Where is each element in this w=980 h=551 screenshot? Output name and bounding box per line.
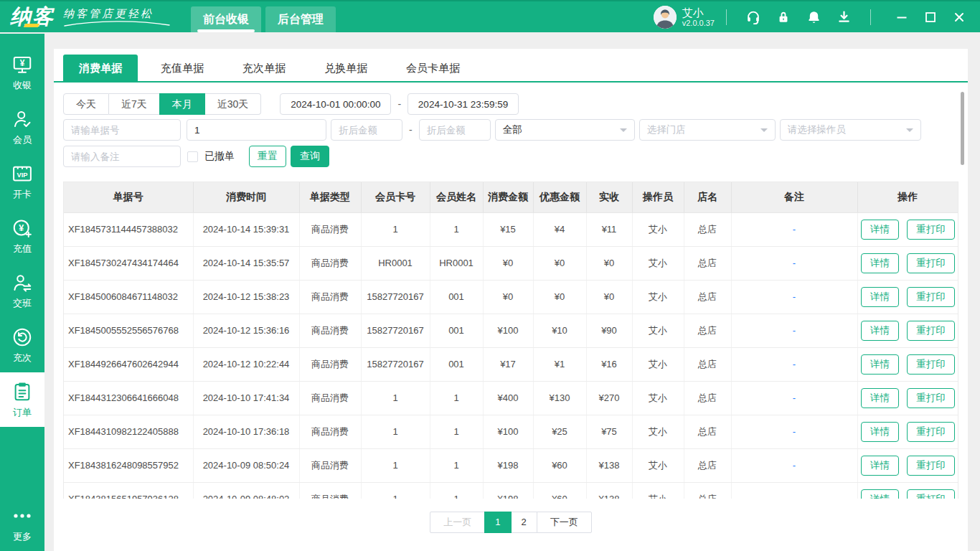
sidebar-item-recharge[interactable]: ¥ 充值 — [0, 209, 44, 263]
sidebar-item-orders[interactable]: 订单 — [0, 372, 44, 427]
recharge-times-icon — [11, 326, 34, 349]
date-from-input[interactable] — [280, 93, 391, 115]
col-amount: 消费金额 — [483, 182, 533, 212]
cell-amount: ¥400 — [483, 381, 533, 415]
detail-button[interactable]: 详情 — [861, 220, 899, 240]
sidebar-item-member[interactable]: 会员 — [0, 100, 44, 154]
reprint-button[interactable]: 重打印 — [907, 321, 955, 341]
quick-date-last7[interactable]: 近7天 — [109, 93, 160, 115]
quick-date-today[interactable]: 今天 — [63, 93, 109, 115]
detail-button[interactable]: 详情 — [861, 489, 899, 499]
order-type-select[interactable]: 全部 — [495, 119, 635, 141]
close-button[interactable] — [950, 8, 969, 27]
table-row: XF1844926647602642944 2024-10-12 10:22:4… — [64, 347, 958, 381]
reprint-button[interactable]: 重打印 — [907, 489, 955, 499]
svg-text:¥: ¥ — [20, 58, 25, 68]
cell-time: 2024-10-10 17:41:34 — [193, 381, 299, 415]
cell-actions: 详情 重打印 — [857, 280, 958, 314]
cell-discount: ¥0 — [533, 246, 586, 280]
reprint-button[interactable]: 重打印 — [907, 220, 955, 240]
avatar[interactable] — [654, 6, 677, 29]
order-no-input[interactable] — [63, 119, 181, 141]
recharge-icon: ¥ — [11, 217, 34, 240]
detail-button[interactable]: 详情 — [861, 354, 899, 375]
detail-button[interactable]: 详情 — [861, 422, 899, 442]
prev-page-button[interactable]: 上一页 — [430, 512, 485, 533]
revoked-checkbox[interactable] — [187, 151, 198, 162]
support-icon[interactable] — [745, 9, 761, 25]
quick-date-last30[interactable]: 近30天 — [205, 93, 262, 115]
quick-date-this-month[interactable]: 本月 — [159, 93, 205, 115]
cell-store: 总店 — [684, 347, 731, 381]
download-icon[interactable] — [836, 9, 852, 25]
cell-paid: ¥16 — [586, 347, 632, 381]
cell-member-name: 001 — [430, 347, 483, 381]
nav-tab-back-admin[interactable]: 后台管理 — [265, 6, 336, 32]
page-button-1[interactable]: 1 — [484, 512, 511, 533]
col-operator: 操作员 — [632, 182, 684, 212]
minimize-button[interactable] — [892, 8, 911, 27]
table-row: XF1845005552556576768 2024-10-12 15:36:1… — [64, 314, 958, 347]
store-select[interactable]: 选择门店 — [639, 119, 776, 141]
reprint-button[interactable]: 重打印 — [907, 287, 955, 307]
reset-button[interactable]: 重置 — [249, 146, 286, 167]
amount-min-input[interactable] — [331, 119, 402, 141]
detail-button[interactable]: 详情 — [861, 456, 899, 476]
cell-store: 总店 — [684, 280, 731, 314]
remark-input[interactable] — [63, 146, 181, 167]
cell-order-no: XF1843816248098557952 — [64, 448, 193, 482]
reprint-button[interactable]: 重打印 — [907, 422, 955, 442]
nav-tab-front-cashier[interactable]: 前台收银 — [191, 6, 261, 32]
keyword-input[interactable] — [187, 119, 326, 141]
cell-discount: ¥1 — [533, 347, 586, 381]
table-row: XF1843816248098557952 2024-10-09 08:50:2… — [64, 448, 958, 482]
tab-recharge-orders[interactable]: 充值单据 — [145, 55, 220, 81]
sidebar-item-cashier[interactable]: ¥ 收银 — [0, 45, 44, 100]
cell-member-name: 1 — [430, 415, 483, 448]
tab-times-orders[interactable]: 充次单据 — [227, 55, 301, 81]
reprint-button[interactable]: 重打印 — [907, 354, 955, 375]
reprint-button[interactable]: 重打印 — [907, 388, 955, 408]
search-button[interactable]: 查询 — [291, 146, 329, 167]
maximize-button[interactable] — [921, 8, 940, 27]
operator-select[interactable]: 请选择操作员 — [780, 119, 921, 141]
page-button-2[interactable]: 2 — [511, 512, 537, 533]
table-row: XF1845006084671148032 2024-10-12 15:38:2… — [64, 280, 958, 314]
sidebar-item-shift[interactable]: 交班 — [0, 263, 44, 318]
filter-row-dates: 今天 近7天 本月 近30天 - — [63, 93, 958, 115]
quick-date-group: 今天 近7天 本月 近30天 — [63, 93, 261, 115]
tab-member-card-orders[interactable]: 会员卡单据 — [390, 55, 476, 81]
cell-order-no: XF1845730247434174464 — [64, 246, 193, 280]
detail-button[interactable]: 详情 — [861, 287, 899, 307]
detail-button[interactable]: 详情 — [861, 388, 899, 408]
cell-member-name: 1 — [430, 448, 483, 482]
slogan-underline-icon — [63, 21, 171, 27]
amount-range-separator: - — [409, 124, 413, 136]
reprint-button[interactable]: 重打印 — [907, 456, 955, 476]
bell-icon[interactable] — [806, 9, 821, 25]
lock-icon[interactable] — [776, 9, 791, 25]
cell-store: 总店 — [684, 415, 731, 448]
col-type: 单据类型 — [299, 182, 361, 212]
cell-type: 商品消费 — [299, 482, 361, 499]
detail-button[interactable]: 详情 — [861, 321, 899, 341]
amount-max-input[interactable] — [419, 119, 491, 141]
col-card-no: 会员卡号 — [361, 182, 430, 212]
date-to-input[interactable] — [407, 93, 519, 115]
cell-order-no: XF1844926647602642944 — [64, 347, 193, 381]
detail-button[interactable]: 详情 — [861, 253, 899, 273]
sidebar-item-recharge-times[interactable]: 充次 — [0, 318, 44, 372]
cell-card-no: 1 — [361, 415, 430, 448]
scrollbar[interactable] — [961, 92, 964, 165]
tab-exchange-orders[interactable]: 兑换单据 — [308, 55, 383, 81]
next-page-button[interactable]: 下一页 — [537, 512, 592, 533]
reprint-button[interactable]: 重打印 — [907, 253, 955, 273]
cell-remark: - — [731, 448, 857, 482]
chevron-down-icon — [906, 128, 913, 136]
cell-amount: ¥17 — [483, 347, 533, 381]
sidebar-item-open-card[interactable]: VIP 开卡 — [0, 154, 44, 209]
tab-consume-orders[interactable]: 消费单据 — [63, 55, 138, 81]
chevron-down-icon — [620, 128, 627, 136]
sidebar-item-more[interactable]: 更多 — [0, 502, 44, 545]
cell-operator: 艾小 — [632, 381, 684, 415]
